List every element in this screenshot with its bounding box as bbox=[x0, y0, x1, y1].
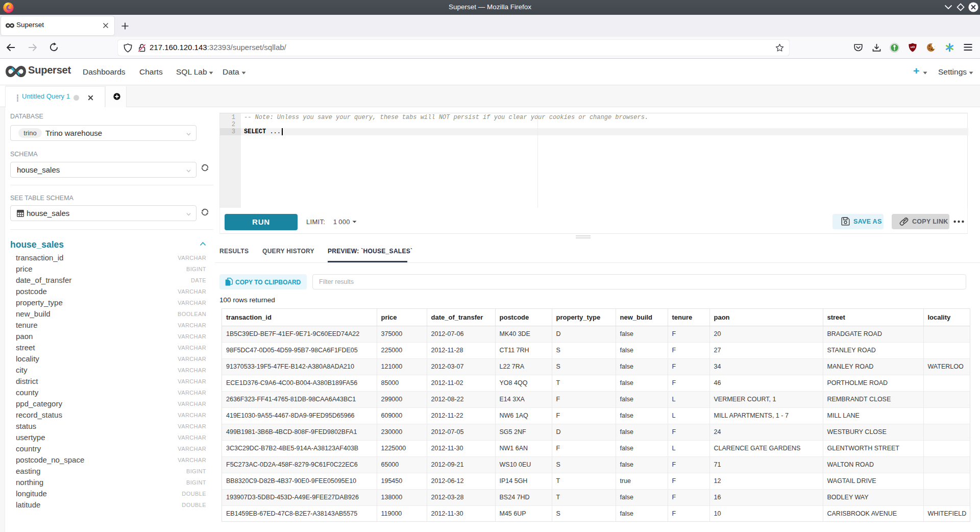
svg-text:uO: uO bbox=[911, 45, 915, 49]
